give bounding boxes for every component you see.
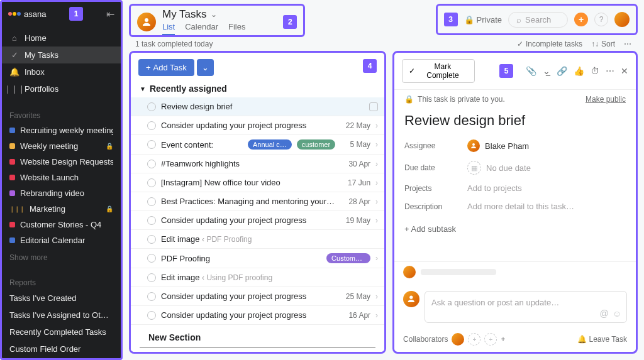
sort-button[interactable]: ↑↓Sort xyxy=(591,40,615,48)
chevron-down-icon[interactable]: ⌄ xyxy=(211,10,217,19)
complete-checkbox-icon[interactable] xyxy=(147,102,156,111)
complete-checkbox-icon[interactable] xyxy=(147,197,156,206)
task-row[interactable]: Edit image ‹ Using PDF proofing xyxy=(131,268,384,287)
projects-value[interactable]: Add to projects xyxy=(467,183,522,193)
favorite-item[interactable]: Recruiting weekly meeting xyxy=(2,123,121,138)
report-item[interactable]: Tasks I've Assigned to Others xyxy=(2,307,121,324)
task-row[interactable]: Edit image ‹ PDF Proofing xyxy=(131,230,384,249)
subtask-icon[interactable]: ⌄̲ xyxy=(543,66,550,76)
chevron-right-icon[interactable]: › xyxy=(375,254,378,263)
favorite-item[interactable]: Customer Stories - Q4 xyxy=(2,217,121,232)
more-icon[interactable]: ⋯ xyxy=(624,40,631,48)
more-icon[interactable]: ⋯ xyxy=(606,66,614,76)
collaborator-avatar-icon[interactable] xyxy=(452,333,464,346)
report-item[interactable]: Recently Completed Tasks xyxy=(2,324,121,341)
task-row[interactable]: Consider updating your project progress1… xyxy=(131,211,384,230)
complete-checkbox-icon[interactable] xyxy=(147,292,156,301)
complete-checkbox-icon[interactable] xyxy=(147,235,156,244)
complete-checkbox-icon[interactable] xyxy=(147,178,156,187)
task-title[interactable]: Review design brief xyxy=(394,109,636,135)
mention-icon[interactable]: @ xyxy=(599,308,608,319)
chevron-right-icon[interactable]: › xyxy=(375,197,378,206)
tab-files[interactable]: Files xyxy=(228,22,245,35)
complete-checkbox-icon[interactable] xyxy=(147,273,156,282)
report-item[interactable]: Tasks I've Created xyxy=(2,290,121,307)
task-row[interactable]: [Instagram] New office tour video17 Jun› xyxy=(131,173,384,192)
task-row[interactable]: Consider updating your project progress2… xyxy=(131,116,384,135)
nav-inbox[interactable]: 🔔Inbox xyxy=(2,63,121,80)
close-icon[interactable]: ✕ xyxy=(621,66,628,76)
link-icon[interactable]: 🔗 xyxy=(557,66,567,76)
complete-checkbox-icon[interactable] xyxy=(147,160,156,168)
mark-complete-button[interactable]: ✓Mark Complete xyxy=(402,59,475,83)
task-row[interactable]: Event content:Annual c…customer5 May› xyxy=(131,135,384,155)
task-row[interactable]: Consider updating your project progress2… xyxy=(131,287,384,306)
attachment-icon[interactable]: 📎 xyxy=(526,66,536,76)
add-task-button[interactable]: +Add Task xyxy=(138,59,194,76)
filter-incomplete[interactable]: ✓Incomplete tasks xyxy=(517,40,582,48)
chevron-right-icon[interactable]: › xyxy=(375,178,378,187)
privacy-indicator[interactable]: 🔒Private xyxy=(464,15,502,25)
task-list-pane: +Add Task ⌄ 4 ▼Recently assignedReview d… xyxy=(129,51,386,354)
logo[interactable]: asana xyxy=(8,9,46,19)
task-row[interactable]: Best Practices: Managing and mentoring y… xyxy=(131,192,384,211)
add-collaborator-icon[interactable]: + xyxy=(468,333,480,346)
favorite-item[interactable]: Website Design Requests xyxy=(2,154,121,170)
complete-checkbox-icon[interactable] xyxy=(147,140,156,149)
add-task-dropdown[interactable]: ⌄ xyxy=(197,59,214,76)
tag-pill[interactable]: Custome… xyxy=(326,253,370,263)
leave-task-button[interactable]: 🔔Leave Task xyxy=(577,335,628,344)
description-value[interactable]: Add more detail to this task… xyxy=(467,202,574,211)
task-row[interactable]: Consider updating your project progress1… xyxy=(131,306,384,325)
user-avatar-icon[interactable] xyxy=(137,13,156,31)
chevron-right-icon[interactable]: › xyxy=(375,311,378,320)
favorite-item[interactable]: ❘❘❘Marketing🔒 xyxy=(2,201,121,217)
tab-list[interactable]: List xyxy=(162,22,175,35)
complete-checkbox-icon[interactable] xyxy=(147,216,156,225)
search-input[interactable]: ⌕ Search xyxy=(508,12,568,28)
add-collaborator-icon[interactable]: + xyxy=(484,333,497,346)
complete-checkbox-icon[interactable] xyxy=(147,254,156,263)
details-icon[interactable] xyxy=(369,102,378,111)
timer-icon[interactable]: ⏱ xyxy=(591,66,599,76)
task-row[interactable]: #Teamwork highlights30 Apr› xyxy=(131,155,384,173)
chevron-right-icon[interactable]: › xyxy=(375,121,378,130)
complete-checkbox-icon[interactable] xyxy=(147,121,156,130)
favorite-item[interactable]: Editorial Calendar xyxy=(2,232,121,248)
chevron-right-icon[interactable]: › xyxy=(375,160,378,168)
chevron-right-icon[interactable]: › xyxy=(375,140,378,149)
tag-pill[interactable]: customer xyxy=(297,139,335,150)
profile-avatar-icon[interactable] xyxy=(614,12,630,27)
make-public-link[interactable]: Make public xyxy=(586,95,626,104)
task-row[interactable]: PDF ProofingCustome…› xyxy=(131,249,384,268)
help-button[interactable]: ? xyxy=(594,13,608,26)
show-more[interactable]: Show more xyxy=(2,248,121,267)
assignee-value[interactable]: Blake Pham xyxy=(467,139,529,152)
emoji-icon[interactable]: ☺ xyxy=(613,308,621,319)
favorite-item[interactable]: Weekly meeting🔒 xyxy=(2,138,121,154)
due-date-label: Due date xyxy=(404,163,455,172)
complete-checkbox-icon[interactable] xyxy=(147,311,156,320)
report-item[interactable]: Custom Field Order xyxy=(2,341,121,357)
collapse-sidebar-icon[interactable]: ⇤ xyxy=(106,8,114,20)
favorite-item[interactable]: Website Launch xyxy=(2,170,121,185)
section-header[interactable]: ▼Recently assigned xyxy=(131,80,384,97)
due-date-value[interactable]: ▦No due date xyxy=(467,161,531,175)
global-add-button[interactable]: + xyxy=(574,13,588,26)
nav-home[interactable]: ⌂Home xyxy=(2,30,121,46)
section-header[interactable]: New Section xyxy=(140,327,375,348)
favorite-item[interactable]: Rebranding video xyxy=(2,185,121,201)
chevron-right-icon[interactable]: › xyxy=(375,216,378,225)
tab-calendar[interactable]: Calendar xyxy=(185,22,218,35)
like-icon[interactable]: 👍 xyxy=(574,66,584,76)
tag-pill[interactable]: Annual c… xyxy=(248,139,292,150)
nav-portfolios[interactable]: ❘❘❘Portfolios xyxy=(2,80,121,97)
task-row[interactable]: Consider updating your project progress2… xyxy=(131,351,384,354)
comment-input[interactable]: Ask a question or post an update… @☺ xyxy=(425,291,627,323)
add-subtask[interactable]: + Add subtask xyxy=(394,215,636,243)
task-row[interactable]: Review design brief xyxy=(131,97,384,116)
chevron-right-icon[interactable]: › xyxy=(375,292,378,301)
nav-my-tasks[interactable]: ✓My Tasks xyxy=(2,46,121,63)
report-item[interactable]: Marketing & Recruiting Collabo… xyxy=(2,357,121,360)
add-collaborator-plus[interactable]: + xyxy=(501,335,505,344)
